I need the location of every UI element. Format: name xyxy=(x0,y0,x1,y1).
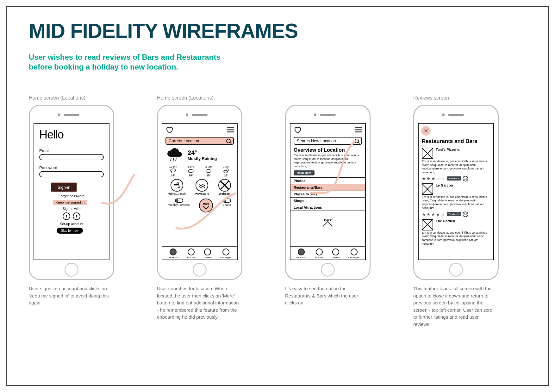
screen-label: Home screen (Locations) xyxy=(29,95,142,101)
webcam-icon xyxy=(218,179,231,192)
heart-icon[interactable] xyxy=(165,126,173,134)
password-field[interactable] xyxy=(39,171,104,177)
webcam-info[interactable]: Webcam xyxy=(218,179,231,195)
facebook-icon[interactable]: f xyxy=(63,212,70,220)
svg-point-11 xyxy=(206,169,211,173)
greeting: Hello xyxy=(39,128,104,141)
waves-icon xyxy=(196,179,208,192)
tab-articles[interactable]: Articles xyxy=(187,248,195,259)
hourly-forecast: 12 pm24° 1 pm25° 2 pm25° 3 pm25° xyxy=(162,165,237,177)
svg-rect-2 xyxy=(227,132,234,132)
svg-point-6 xyxy=(171,169,176,172)
list-item-photos[interactable]: Photos xyxy=(290,177,365,184)
twitter-icon[interactable]: t xyxy=(73,212,80,220)
review-name: Toni's Pizzeria xyxy=(436,148,459,151)
waves-info: Waves:5 ft xyxy=(195,179,209,195)
screen-overview: Search New Location Overview of Location… xyxy=(290,123,366,260)
svg-rect-14 xyxy=(355,127,362,128)
rain-icon xyxy=(170,168,176,173)
email-field[interactable] xyxy=(39,154,104,160)
review-name: The Garden xyxy=(436,219,455,223)
back-button[interactable]: Back xyxy=(290,218,365,230)
page-subtitle: User wishes to read reviews of Bars and … xyxy=(7,43,244,72)
review-count: 12 xyxy=(463,176,468,181)
svg-line-3 xyxy=(171,158,171,161)
search-input[interactable]: Search New Location xyxy=(294,137,362,145)
weekly-forecast-toggle[interactable]: Weekly Forecast xyxy=(168,199,190,206)
svg-point-10 xyxy=(188,169,193,173)
tab-locations[interactable]: Locations xyxy=(168,248,178,259)
search-icon xyxy=(354,139,359,143)
menu-icon[interactable] xyxy=(227,127,234,133)
wind-icon xyxy=(171,179,183,192)
screen-signin: Hello Email Password Sign-in Forgot pass… xyxy=(34,123,109,260)
thumbnail-placeholder xyxy=(422,148,433,159)
signin-button[interactable]: Sign-in xyxy=(51,182,77,192)
charts-toggle[interactable]: Charts xyxy=(222,199,231,206)
tab-messages[interactable]: messages xyxy=(220,248,231,259)
cloud-icon xyxy=(188,168,194,173)
list-item-local-attractions[interactable]: Local Attractions xyxy=(290,204,365,211)
tab-messages[interactable]: messages xyxy=(348,248,359,259)
svg-rect-1 xyxy=(227,129,234,130)
phone-frame: Current Location 24°Mostly Raining 12 pm… xyxy=(157,105,242,280)
home-button[interactable] xyxy=(449,263,463,277)
phone-frame: Hello Email Password Sign-in Forgot pass… xyxy=(29,105,114,280)
speaker-slot xyxy=(192,114,208,116)
forgot-password-link[interactable]: Forgot password xyxy=(39,194,104,198)
review-item[interactable]: Toni's Pizzeria Em is in sendesse te, qu… xyxy=(419,146,493,182)
camera-dot xyxy=(314,113,316,116)
tab-locations[interactable]: Locations xyxy=(296,248,307,259)
partly-sunny-icon xyxy=(223,168,229,173)
svg-line-5 xyxy=(176,158,176,161)
list-item-places-to-stay[interactable]: Places to Stay xyxy=(290,191,365,197)
star-rating: ★★★☆☆Review's12 xyxy=(422,176,490,181)
reviews-title: Restaurants and Bars xyxy=(419,138,493,146)
tab-gallery[interactable]: Gallery xyxy=(204,248,212,259)
camera-dot xyxy=(186,113,188,116)
keep-signed-in-toggle[interactable]: Keep me signed in xyxy=(53,200,87,205)
speaker-slot xyxy=(320,114,336,116)
read-more-button[interactable]: Read More xyxy=(294,170,315,175)
speaker-slot xyxy=(64,114,79,116)
caption: User signs into account and clicks on 'k… xyxy=(29,285,111,307)
svg-rect-16 xyxy=(355,132,362,132)
setup-account-link[interactable]: Set-up account xyxy=(39,222,104,226)
tab-bar: Locations Articles Gallery messages xyxy=(162,246,237,260)
review-count: 50 xyxy=(463,211,468,217)
review-item[interactable]: Le Garcon Em is in sendesse te, que comn… xyxy=(419,182,493,218)
menu-icon[interactable] xyxy=(355,127,362,133)
svg-rect-15 xyxy=(355,129,362,130)
list-item-shops[interactable]: Shops xyxy=(290,197,365,204)
rain-cloud-icon xyxy=(165,147,184,163)
thumbnail-placeholder xyxy=(422,183,433,195)
signin-with-label: Sign-in with xyxy=(39,207,104,211)
review-text: Em is in sendesse te, que comnihilibus s… xyxy=(422,231,490,246)
skip-button[interactable]: Skip for now xyxy=(57,228,83,234)
review-item[interactable]: The Garden Em is in sendesse te, que com… xyxy=(419,218,493,247)
search-icon xyxy=(226,139,231,143)
password-label: Password xyxy=(39,165,104,170)
phone-frame: ✕ Restaurants and Bars Toni's Pizzeria E… xyxy=(413,105,499,280)
condition: Mostly Raining xyxy=(188,156,217,161)
search-input[interactable]: Current Location xyxy=(165,137,234,145)
more-button[interactable]: More xyxy=(199,199,213,212)
home-button[interactable] xyxy=(65,263,78,277)
screen-label: Reviews screen xyxy=(413,95,526,101)
home-button[interactable] xyxy=(321,263,335,277)
svg-point-13 xyxy=(224,170,228,173)
heart-icon[interactable] xyxy=(294,126,301,134)
temperature: 24° xyxy=(188,149,217,156)
list-item-restaurants-bars[interactable]: Restaurants/Bars xyxy=(290,184,365,191)
tab-articles[interactable]: Articles xyxy=(315,248,323,259)
reviews-badge: Review's xyxy=(447,176,461,181)
tab-gallery[interactable]: Gallery xyxy=(332,248,340,259)
screen-weather: Current Location 24°Mostly Raining 12 pm… xyxy=(162,123,238,260)
overview-text: Em is in sendesse te, que comnihilibus s… xyxy=(290,154,365,168)
svg-rect-0 xyxy=(227,127,234,128)
home-button[interactable] xyxy=(193,263,207,277)
review-text: Em is in sendesse te, que comnihilibus s… xyxy=(422,160,490,175)
close-icon[interactable]: ✕ xyxy=(421,126,431,136)
review-name: Le Garcon xyxy=(436,183,453,187)
tab-bar: Locations Articles Gallery messages xyxy=(290,246,365,260)
